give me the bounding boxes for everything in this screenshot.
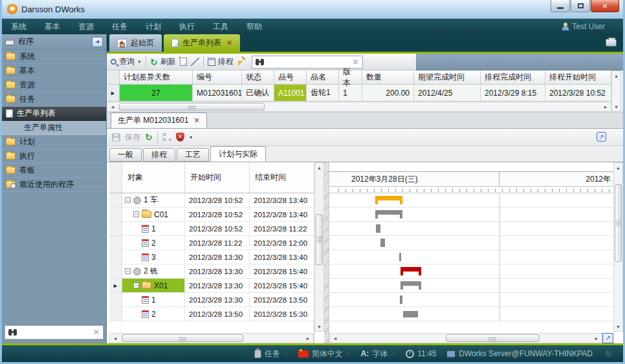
column-header[interactable]: 状态 <box>242 70 274 84</box>
popout-icon[interactable]: ↗ <box>602 333 613 343</box>
scrollbar-thumb[interactable] <box>446 334 540 342</box>
sidebar-item[interactable]: 执行 <box>2 149 106 164</box>
grid-cell[interactable]: 齿轮1 <box>307 85 339 101</box>
gantt-bar[interactable] <box>403 311 418 317</box>
gantt-row[interactable] <box>329 236 613 250</box>
task-menu[interactable]: 任务 ▼ <box>254 348 288 359</box>
column-header[interactable]: 期望完成时间 <box>414 70 481 84</box>
tree-row[interactable]: 12012/3/28 10:522012/3/28 11:22 <box>109 222 314 236</box>
column-header[interactable]: 排程完成时间 <box>481 70 545 84</box>
menu-item[interactable]: 任务 <box>112 21 127 32</box>
tree-row[interactable]: 12012/3/28 13:302012/3/28 13:50 <box>109 293 314 307</box>
scroll-right-icon[interactable]: ► <box>591 334 602 343</box>
menu-item[interactable]: 系统 <box>11 21 27 32</box>
grid-cell[interactable]: 2012/3/29 8:15 <box>481 85 545 101</box>
gantt-bar[interactable] <box>400 295 402 304</box>
sidebar-item[interactable]: 看板 <box>2 164 106 178</box>
language-menu[interactable]: 简体中文 ▼ <box>298 348 351 359</box>
sidebar-item[interactable]: 任务 <box>2 92 106 107</box>
tree-object-cell[interactable]: 1 <box>122 293 185 306</box>
scroll-left-icon[interactable]: ◄ <box>110 334 120 343</box>
resize-grip[interactable] <box>606 351 611 357</box>
grid-cell[interactable]: 1 <box>339 85 362 101</box>
tree-object-cell[interactable]: 2 <box>122 307 185 321</box>
menu-item[interactable]: 帮助 <box>247 21 262 32</box>
collapse-node-icon[interactable]: − <box>125 197 131 203</box>
scroll-up-icon[interactable]: ▲ <box>612 71 620 80</box>
subtab-inactive[interactable]: 工艺 <box>177 148 209 162</box>
split-handle[interactable] <box>324 162 329 343</box>
tree-object-cell[interactable]: −2 铣 <box>122 264 185 278</box>
gantt-row[interactable] <box>329 208 613 222</box>
minimize-button[interactable] <box>551 0 570 12</box>
new-button[interactable] <box>180 58 187 66</box>
collapse-sidebar-button[interactable]: ◄ <box>92 37 103 47</box>
scrollbar-thumb[interactable] <box>122 334 243 342</box>
menu-item[interactable]: 计划 <box>146 21 161 32</box>
column-header[interactable]: 品名 <box>307 70 339 84</box>
column-header[interactable]: 开始时间 <box>185 162 250 193</box>
refresh-button[interactable]: ↻ 刷新 <box>150 56 176 67</box>
order-document-tab[interactable]: 生产单 M012031601 ✕ <box>111 112 207 128</box>
scroll-left-icon[interactable]: ◄ <box>330 334 340 343</box>
column-header[interactable]: 数量 <box>362 70 414 84</box>
printer-icon[interactable] <box>606 39 617 47</box>
table-row[interactable]: ►27M012031601已确认A11001齿轮11200.002012/4/2… <box>107 85 611 102</box>
tree-row[interactable]: −1 车2012/3/28 10:522012/3/28 13:40 <box>109 193 314 208</box>
column-header[interactable]: 结束时间 <box>250 162 314 193</box>
sidebar-search-clear-icon[interactable]: ✕ <box>93 328 100 337</box>
gantt-row[interactable] <box>329 250 613 264</box>
column-header[interactable]: 品号 <box>274 70 307 84</box>
gantt-row[interactable] <box>329 307 613 321</box>
gantt-bar[interactable] <box>380 239 385 247</box>
sidebar-item[interactable]: 基本 <box>2 64 106 78</box>
edit-button[interactable] <box>191 58 199 66</box>
gantt-vertical-scrollbar[interactable]: ▲ ▼ <box>613 162 623 332</box>
gantt-row[interactable] <box>329 279 613 293</box>
scroll-up-icon[interactable]: ▲ <box>315 163 323 172</box>
gantt-bar[interactable] <box>400 267 421 272</box>
collapse-node-icon[interactable]: − <box>133 211 139 217</box>
menu-item[interactable]: 工具 <box>213 21 228 32</box>
grid-cell[interactable]: A11001 <box>274 85 307 101</box>
menu-item[interactable]: 资源 <box>78 21 94 32</box>
tree-row[interactable]: −C012012/3/28 10:522012/3/28 13:40 <box>109 208 314 222</box>
collapse-node-icon[interactable]: − <box>125 268 131 274</box>
column-header[interactable]: 计划差异天数 <box>120 70 193 84</box>
gantt-row[interactable] <box>329 293 613 307</box>
chevron-down-icon[interactable]: ▼ <box>189 135 193 140</box>
scroll-up-icon[interactable]: ▲ <box>614 163 622 172</box>
scroll-down-icon[interactable]: ▼ <box>315 322 323 331</box>
gantt-horizontal-scrollbar[interactable]: ◄ ► <box>329 333 602 343</box>
tree-row[interactable]: 22012/3/28 11:222012/3/28 12:00 <box>109 236 314 250</box>
tree-row[interactable]: 32012/3/28 13:302012/3/28 13:40 <box>109 250 314 264</box>
grid-vertical-scrollbar[interactable]: ▲ ▼ <box>611 70 621 112</box>
schedule-button[interactable]: 排程 <box>208 56 234 67</box>
tree-object-cell[interactable]: −X01 <box>122 279 185 292</box>
tree-row[interactable]: ►−X012012/3/28 13:302012/3/28 15:40 <box>109 279 314 293</box>
grid-cell[interactable]: 27 <box>120 85 193 101</box>
column-header[interactable]: 对象 <box>122 162 185 193</box>
save-button[interactable]: 保存 <box>125 132 140 143</box>
tab-active[interactable]: 生产单列表✕ <box>164 34 240 52</box>
scroll-left-icon[interactable]: ◄ <box>107 102 118 111</box>
query-button[interactable]: 查询 ▼ <box>111 56 142 67</box>
tab-inactive[interactable]: 起始页 <box>109 34 162 52</box>
tree-object-cell[interactable]: −1 车 <box>122 193 185 207</box>
tree-horizontal-scrollbar[interactable]: ◄ ► <box>109 333 314 343</box>
scrollbar-thumb[interactable] <box>119 103 265 111</box>
scroll-down-icon[interactable]: ▼ <box>614 322 622 331</box>
refresh-icon[interactable]: ↻ <box>145 133 153 141</box>
close-tab-icon[interactable]: ✕ <box>226 39 232 47</box>
collapse-node-icon[interactable]: − <box>133 283 139 288</box>
popout-icon[interactable]: ↗ <box>597 132 606 142</box>
scroll-down-icon[interactable]: ▼ <box>612 102 620 111</box>
scroll-right-icon[interactable]: ► <box>600 102 611 111</box>
close-tab-icon[interactable]: ✕ <box>193 116 199 125</box>
grid-horizontal-scrollbar[interactable]: ◄ ► <box>107 102 611 112</box>
tree-object-cell[interactable]: 3 <box>122 250 185 264</box>
close-button[interactable]: ✕ <box>591 0 619 12</box>
gantt-bar[interactable] <box>375 196 402 200</box>
subtab-active[interactable]: 计划与实际 <box>210 146 266 162</box>
gantt-row[interactable] <box>329 193 613 208</box>
